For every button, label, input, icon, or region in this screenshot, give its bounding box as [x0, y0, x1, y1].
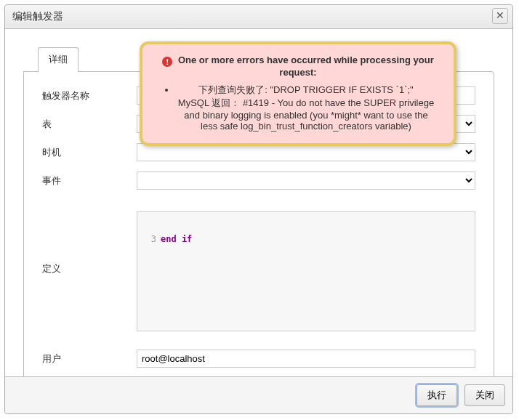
error-header: ! One or more errors have occurred while…: [160, 54, 436, 78]
titlebar: 编辑触发器 ✕: [5, 5, 512, 29]
error-mysql: MySQL 返回： #1419 - You do not have the SU…: [176, 97, 436, 132]
row-user: 用户: [42, 350, 475, 368]
dialog-footer: 执行 关闭: [5, 376, 512, 413]
label-definition: 定义: [42, 211, 137, 275]
code-line3: end if: [161, 234, 192, 244]
label-user: 用户: [42, 350, 137, 366]
error-list: 下列查询失败了: "DROP TRIGGER IF EXISTS `1`;" M…: [160, 84, 436, 132]
gutter-line3: 3: [142, 234, 161, 244]
tab-details[interactable]: 详细: [38, 47, 79, 72]
dialog-window: 编辑触发器 ✕ 详细 触发器名称 表 时机: [4, 4, 513, 414]
error-query: 下列查询失败了: "DROP TRIGGER IF EXISTS `1`;": [176, 84, 436, 97]
row-definition: 定义 3 end if: [42, 211, 475, 331]
label-trigger-name: 触发器名称: [42, 86, 137, 102]
close-icon[interactable]: ✕: [492, 8, 508, 24]
close-button[interactable]: 关闭: [464, 384, 505, 406]
window-title: 编辑触发器: [12, 10, 63, 22]
label-time: 时机: [42, 143, 137, 159]
execute-button[interactable]: 执行: [417, 384, 457, 406]
select-event[interactable]: [137, 171, 475, 190]
tab-label: 详细: [49, 54, 68, 65]
error-popup: ! One or more errors have occurred while…: [140, 41, 456, 146]
error-item: 下列查询失败了: "DROP TRIGGER IF EXISTS `1`;" M…: [176, 84, 436, 132]
label-event: 事件: [42, 171, 137, 187]
row-event: 事件: [42, 171, 475, 190]
error-icon: !: [162, 57, 172, 67]
code-editor[interactable]: 3 end if: [137, 211, 475, 331]
input-user[interactable]: [137, 350, 475, 368]
error-title: One or more errors have occurred while p…: [178, 54, 434, 78]
label-table: 表: [42, 115, 137, 131]
